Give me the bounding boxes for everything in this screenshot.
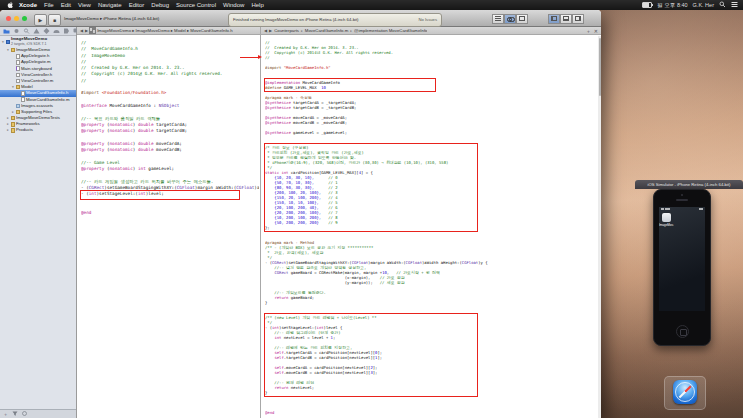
folder-icon xyxy=(16,85,20,90)
menu-user[interactable]: G.K. Her xyxy=(693,2,714,8)
add-file-button[interactable]: ＋ xyxy=(3,410,8,418)
file-h-icon xyxy=(21,91,25,96)
close-assistant-editor-button[interactable]: ✕ xyxy=(594,28,598,34)
menu-item-xcode[interactable]: Xcode xyxy=(19,2,37,8)
find-navigator-icon[interactable] xyxy=(23,28,30,34)
file-h-icon xyxy=(16,73,20,78)
storyboard-icon xyxy=(16,66,20,71)
assistant-jump-bar: ◀ ▶ Counterparts▸MoveCardGameInfo.m▸@imp… xyxy=(261,27,601,35)
speaker-slot xyxy=(676,199,688,201)
debug-area-toggle-button[interactable] xyxy=(560,14,572,24)
camera-icon xyxy=(681,194,683,196)
editor-mode-control xyxy=(492,14,528,24)
project-icon xyxy=(6,40,10,45)
file-m-icon xyxy=(21,97,25,102)
menu-item-editor[interactable]: Editor xyxy=(129,2,145,8)
disclosure-triangle-icon[interactable]: ▾ xyxy=(11,84,15,90)
back-button[interactable]: ◀ xyxy=(264,28,267,33)
apple-menu-icon[interactable] xyxy=(7,1,14,9)
breakpoint-navigator-icon[interactable] xyxy=(63,28,70,34)
app-icon-label: ImageMov… xyxy=(659,223,674,227)
navigator-tab-bar xyxy=(0,27,76,36)
menu-item-edit[interactable]: Edit xyxy=(61,2,71,8)
menu-item-window[interactable]: Window xyxy=(223,2,244,8)
version-editor-button[interactable] xyxy=(516,14,528,24)
desktop: XcodeFileEditViewNavigateEditorDebugSour… xyxy=(0,0,743,418)
menu-item-file[interactable]: File xyxy=(44,2,54,8)
folder-icon xyxy=(16,110,20,115)
back-button[interactable]: ◀ xyxy=(80,28,83,33)
disclosure-triangle-icon[interactable]: ▾ xyxy=(6,47,10,53)
jumpbar-separator-icon: ▸ xyxy=(350,29,352,33)
menu-item-source-control[interactable]: Source Control xyxy=(176,2,216,8)
implementation-file-source[interactable]: //// Created by G.K. Her on 2014. 3. 23.… xyxy=(265,40,600,418)
iphone-status-bar xyxy=(661,208,703,210)
zoom-button[interactable] xyxy=(22,16,27,21)
menu-item-list: XcodeFileEditViewNavigateEditorDebugSour… xyxy=(19,2,264,8)
forward-button[interactable]: ▶ xyxy=(269,28,272,33)
xcode-window: ▶ ■ ImageMoveDemo ▸ iPhone Retina (4-inc… xyxy=(0,10,601,418)
simulator-window-titlebar[interactable]: iOS Simulator - iPhone Retina (4-inch 64… xyxy=(635,180,743,189)
filter-icon[interactable] xyxy=(12,410,18,418)
symbol-navigator-icon[interactable] xyxy=(13,28,20,34)
view-control xyxy=(548,14,584,24)
safari-dock-icon[interactable] xyxy=(673,380,697,404)
menu-clock[interactable]: 월 오후 8:40 xyxy=(657,2,687,9)
scrollbar[interactable] xyxy=(598,36,601,418)
navigator-toggle-button[interactable] xyxy=(548,14,560,24)
code-line: @end xyxy=(81,210,259,216)
xcassets-icon xyxy=(16,104,20,109)
primary-jump-path[interactable]: ImageMoveDemo ▸ ImageMoveDemo ▸ Model ▸ … xyxy=(97,28,232,33)
menu-item-navigate[interactable]: Navigate xyxy=(98,2,122,8)
project-navigator-icon[interactable] xyxy=(3,28,10,34)
jumpbar-segment[interactable]: MoveCardGameInfo.m xyxy=(305,28,348,33)
close-button[interactable] xyxy=(6,16,11,21)
project-subtitle: 2 targets, iOS SDK 7.1 xyxy=(11,42,47,47)
file-m-icon xyxy=(16,60,20,65)
navigator-item-products[interactable]: ▸Products xyxy=(0,127,76,133)
menu-item-view[interactable]: View xyxy=(78,2,91,8)
menu-item-debug[interactable]: Debug xyxy=(151,2,169,8)
add-assistant-editor-button[interactable]: ＋ xyxy=(586,28,591,34)
disclosure-triangle-icon[interactable]: ▸ xyxy=(6,127,10,133)
primary-editor: ◀ ▶ ImageMoveDemo ▸ ImageMoveDemo ▸ Mode… xyxy=(77,27,261,418)
folder-icon xyxy=(11,122,15,127)
jumpbar-segment[interactable]: @implementation MoveCardGameInfo xyxy=(354,28,427,33)
debug-navigator-icon[interactable] xyxy=(53,28,60,34)
minimize-button[interactable] xyxy=(14,16,19,21)
file-name: Products xyxy=(16,127,33,133)
navigator-item-imagemovedemo[interactable]: ▾ImageMoveDemo2 targets, iOS SDK 7.1 xyxy=(0,37,76,47)
navigator-filter-bar: ＋ xyxy=(0,409,76,418)
folder-icon xyxy=(11,128,15,133)
related-items-icon[interactable] xyxy=(90,28,95,33)
test-navigator-icon[interactable] xyxy=(43,28,50,34)
menu-bar: XcodeFileEditViewNavigateEditorDebugSour… xyxy=(0,0,743,10)
menu-item-help[interactable]: Help xyxy=(251,2,263,8)
folder-icon xyxy=(11,116,15,121)
forward-button[interactable]: ▶ xyxy=(85,28,88,33)
issue-navigator-icon[interactable] xyxy=(33,28,40,34)
standard-editor-button[interactable] xyxy=(492,14,504,24)
build-status-message: Finished running ImageMoveDemo on iPhone… xyxy=(229,17,418,22)
run-button[interactable]: ▶ xyxy=(34,14,47,26)
file-m-icon xyxy=(16,79,20,84)
issues-status: No Issues xyxy=(418,17,441,22)
iphone-screen[interactable]: ImageMov… xyxy=(659,207,705,311)
utilities-toggle-button[interactable] xyxy=(572,14,584,24)
scheme-selector[interactable]: ImageMoveDemo ▸ iPhone Retina (4-inch 64… xyxy=(64,10,159,27)
jumpbar-segment[interactable]: Counterparts xyxy=(274,28,299,33)
disclosure-triangle-icon[interactable]: ▾ xyxy=(1,39,5,45)
primary-jump-bar: ◀ ▶ ImageMoveDemo ▸ ImageMoveDemo ▸ Mode… xyxy=(77,27,260,35)
home-button[interactable] xyxy=(676,325,689,338)
battery-icon[interactable] xyxy=(642,2,652,8)
app-icon[interactable] xyxy=(662,213,671,222)
spotlight-icon[interactable] xyxy=(719,1,726,9)
clock-filter-icon[interactable] xyxy=(22,410,27,418)
notification-center-icon[interactable] xyxy=(731,1,738,9)
file-h-icon xyxy=(16,54,20,59)
header-file-source[interactable]: //// MoveCardGameInfo.h// ImageMoveDemo/… xyxy=(81,40,259,418)
disclosure-triangle-icon[interactable]: ▸ xyxy=(11,109,15,115)
assistant-editor-button[interactable] xyxy=(504,14,516,24)
stop-button[interactable]: ■ xyxy=(48,14,61,26)
activity-viewer: Finished running ImageMoveDemo on iPhone… xyxy=(228,13,442,27)
